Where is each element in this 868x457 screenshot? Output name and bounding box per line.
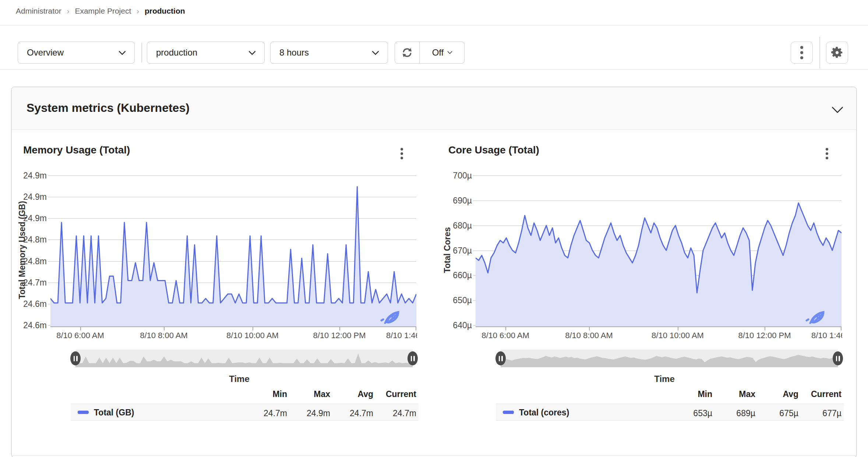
stats-header-row: MinMaxAvgCurrent: [244, 389, 416, 399]
x-tick-label: 8/10 10:00 AM: [652, 331, 704, 340]
y-tick-label: 24.9m: [11, 213, 47, 223]
y-tick-label: 24.7m: [11, 278, 47, 288]
kebab-icon: [401, 148, 403, 159]
x-axis-line: [476, 326, 841, 327]
x-tick-label: 8/10 8:00 AM: [140, 331, 188, 340]
y-tick-label: 650µ: [436, 295, 472, 305]
stats-header: Avg: [330, 389, 373, 399]
area-chart[interactable]: [476, 176, 841, 327]
y-tick-label: 670µ: [436, 246, 472, 256]
y-tick-label: 24.8m: [11, 235, 47, 245]
x-tick-mark: [164, 327, 165, 330]
x-axis-line: [50, 326, 416, 327]
chart-panel-cores: Core Usage (Total) Total Cores 700µ690µ6…: [436, 0, 859, 457]
x-tick-label: 8/10 12:00 PM: [738, 331, 791, 340]
y-axis-title: Total Memory Used (GB): [17, 195, 27, 305]
chart-menu-button[interactable]: [398, 146, 405, 162]
x-tick-label: 8/10 10:00 AM: [226, 331, 279, 340]
x-tick-mark: [678, 327, 678, 330]
y-tick-label: 24.9m: [11, 171, 47, 181]
stats-header: Current: [373, 389, 416, 399]
y-tick-label: 640µ: [436, 320, 472, 330]
x-tick-mark: [339, 327, 340, 330]
series-label: Total (cores): [519, 408, 569, 418]
x-tick-label: 8/10 6:00 AM: [481, 331, 529, 340]
kebab-icon: [826, 148, 828, 159]
y-tick-label: 660µ: [436, 270, 472, 280]
brush-handle-right[interactable]: [407, 351, 418, 365]
y-tick-label: 24.6m: [11, 299, 47, 309]
dashboard-page: Administrator › Example Project › produc…: [0, 0, 868, 457]
x-tick-label: 8/10 1:46: [811, 331, 842, 340]
chart-menu-button[interactable]: [823, 146, 830, 162]
brush-handle-left[interactable]: [70, 351, 81, 365]
brush-handle-left[interactable]: [495, 351, 506, 365]
chart-panel-memory: Memory Usage (Total) Total Memory Used (…: [11, 0, 434, 457]
time-brush[interactable]: [501, 350, 838, 367]
x-tick-mark: [589, 327, 590, 330]
y-tick-label: 24.6m: [11, 320, 47, 330]
x-tick-label: 8/10 6:00 AM: [56, 331, 104, 340]
x-tick-mark: [765, 327, 765, 330]
x-tick-mark: [80, 327, 81, 330]
y-tick-label: 24.8m: [11, 256, 47, 266]
y-tick-label: 24.9m: [11, 192, 47, 202]
stats-header-row: MinMaxAvgCurrent: [669, 389, 841, 399]
time-brush[interactable]: [75, 350, 413, 367]
x-tick-mark: [841, 327, 841, 330]
rocket-watermark-icon: [378, 309, 402, 326]
chart-title: Core Usage (Total): [448, 144, 539, 156]
stat-value: 675µ: [755, 408, 798, 418]
stats-header: Max: [287, 389, 330, 399]
stats-header: Min: [669, 389, 712, 399]
stats-header: Avg: [755, 389, 798, 399]
stat-value: 653µ: [669, 408, 712, 418]
y-tick-label: 690µ: [436, 196, 472, 206]
x-axis-title: Time: [202, 374, 276, 384]
stat-value: 24.7m: [373, 408, 416, 418]
x-tick-label: 8/10 8:00 AM: [565, 331, 613, 340]
series-swatch: [503, 411, 514, 414]
stats-value-row: 24.7m24.9m24.7m24.7m: [244, 408, 416, 418]
series-swatch: [78, 411, 89, 414]
x-tick-mark: [505, 327, 506, 330]
chart-title: Memory Usage (Total): [23, 144, 130, 156]
y-tick-label: 700µ: [436, 171, 472, 181]
stats-header: Min: [244, 389, 287, 399]
stats-header: Current: [798, 389, 841, 399]
stat-value: 24.7m: [330, 408, 373, 418]
x-tick-label: 8/10 1:46: [386, 331, 417, 340]
x-tick-mark: [253, 327, 253, 330]
stats-value-row: 653µ689µ675µ677µ: [669, 408, 841, 418]
stat-value: 24.7m: [244, 408, 287, 418]
stats-header: Max: [712, 389, 755, 399]
y-tick-label: 680µ: [436, 221, 472, 231]
area-chart[interactable]: [50, 176, 416, 327]
x-tick-label: 8/10 12:00 PM: [313, 331, 366, 340]
x-tick-mark: [416, 327, 416, 330]
series-label: Total (GB): [94, 408, 134, 418]
stat-value: 24.9m: [287, 408, 330, 418]
stat-value: 689µ: [712, 408, 755, 418]
rocket-watermark-icon: [804, 309, 827, 326]
stat-value: 677µ: [798, 408, 841, 418]
brush-handle-right[interactable]: [833, 351, 843, 365]
x-axis-title: Time: [628, 374, 701, 384]
